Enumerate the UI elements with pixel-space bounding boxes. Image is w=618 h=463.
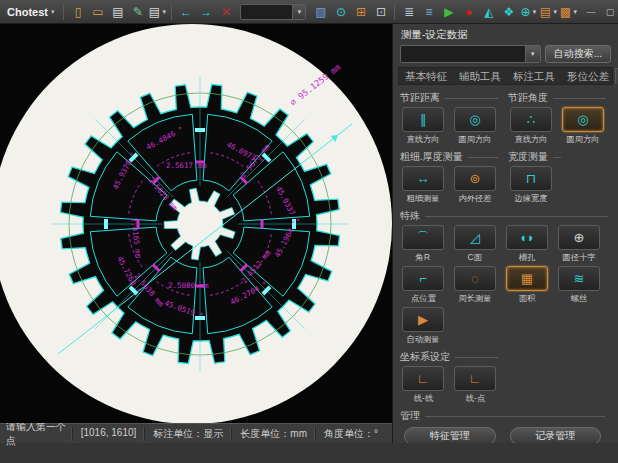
toolbar-separator bbox=[63, 4, 64, 20]
top-toolbar: Chotest ▾ ▯▭▤✎▤▼←→✕▼▧⊙⊞⊡≣≡▶●◭❖⊕▼▤▼▩▼ —▢✕ bbox=[0, 0, 618, 24]
corner-radius-icon: ⌒ bbox=[417, 231, 430, 244]
axis-line-point-icon-button[interactable]: ∟线-点 bbox=[452, 366, 498, 405]
tool-button-label: 角R bbox=[416, 252, 430, 264]
tool-button-label: 直线方向 bbox=[514, 134, 547, 146]
region-icon[interactable]: ⊞ bbox=[351, 2, 370, 21]
section-title: 节距角度 bbox=[508, 91, 606, 105]
toolbar-separator bbox=[394, 4, 395, 20]
tool-button-label: 螺丝 bbox=[571, 293, 588, 305]
chevron-down-icon[interactable]: ▼ bbox=[292, 5, 305, 19]
tool-button-label: 边缘宽度 bbox=[514, 193, 547, 205]
minimize-button[interactable]: — bbox=[582, 4, 599, 19]
status-message: 请输入第一个点 bbox=[6, 420, 72, 448]
tool-button-label: 直线方向 bbox=[406, 134, 439, 146]
preset-combobox[interactable]: ▼ bbox=[240, 4, 306, 20]
circle-cross-icon-button[interactable]: ⊕圆径十字 bbox=[556, 225, 602, 264]
pitch-circular-icon: ◎ bbox=[469, 113, 480, 126]
status-bar: 请输入第一个点 [1016, 1610]标注单位：显示长度单位：mm角度单位：° bbox=[0, 423, 392, 443]
panel-tabs: 基本特征辅助工具标注工具形位公差应用工具 bbox=[398, 67, 613, 85]
capture-image-icon[interactable]: ▧ bbox=[311, 2, 330, 21]
overlay-icon[interactable]: ▩▼ bbox=[559, 2, 578, 21]
tool-button-label: 槽孔 bbox=[519, 252, 536, 264]
chevron-down-icon[interactable]: ▼ bbox=[525, 46, 540, 62]
status-item-0: [1016, 1610] bbox=[72, 427, 145, 441]
angle-linear-icon-button[interactable]: ∴直线方向 bbox=[508, 107, 554, 146]
triangle-detect-icon[interactable]: ◭ bbox=[479, 2, 498, 21]
left-column: ⌀ 95.1259 mm46.4846 °46.0973 °45.0337 °4… bbox=[0, 24, 392, 443]
section-title: 坐标系设定 bbox=[400, 350, 498, 364]
tool-button-label: 圆周方向 bbox=[566, 134, 599, 146]
magnifier-icon[interactable]: ⊙ bbox=[331, 2, 350, 21]
run-icon[interactable]: ▶ bbox=[439, 2, 458, 21]
button-row: ∟线-线∟线-点 bbox=[400, 366, 498, 405]
tool-button-label: 面积 bbox=[519, 293, 536, 305]
auto-search-button[interactable]: 自动搜索... bbox=[545, 45, 611, 63]
record-management-button[interactable]: 记录管理 bbox=[510, 427, 602, 443]
bars-icon[interactable]: ≡ bbox=[419, 2, 438, 21]
toolbar-icons: ▯▭▤✎▤▼←→✕▼▧⊙⊞⊡≣≡▶●◭❖⊕▼▤▼▩▼ bbox=[68, 2, 578, 21]
circle-detect-icon[interactable]: ⊕▼ bbox=[519, 2, 538, 21]
svg-text:2.5617 mm: 2.5617 mm bbox=[166, 161, 207, 170]
section-row: 坐标系设定∟线-线∟线-点 bbox=[400, 348, 611, 407]
new-file-icon[interactable]: ▯ bbox=[68, 2, 87, 21]
tab-形位公差[interactable]: 形位公差 bbox=[561, 68, 615, 84]
tool-button-label: 圆周方向 bbox=[458, 134, 491, 146]
shapes-detect-icon[interactable]: ❖ bbox=[499, 2, 518, 21]
layers-icon[interactable]: ▤▼ bbox=[539, 2, 558, 21]
tab-辅助工具[interactable]: 辅助工具 bbox=[453, 68, 507, 84]
tab-基本特征[interactable]: 基本特征 bbox=[399, 68, 453, 84]
open-folder-icon[interactable]: ▭ bbox=[88, 2, 107, 21]
feature-combobox[interactable]: ▼ bbox=[400, 45, 541, 63]
measurement-canvas[interactable]: ⌀ 95.1259 mm46.4846 °46.0973 °45.0337 °4… bbox=[0, 24, 392, 423]
search-row: ▼ 自动搜索... bbox=[400, 45, 611, 63]
panel-body: 节距距离∥直线方向◎圆周方向节距角度∴直线方向◎圆周方向粗细.厚度测量↔粗细测量… bbox=[400, 89, 611, 443]
section-title: 管理 bbox=[400, 409, 605, 423]
record-icon[interactable]: ● bbox=[459, 2, 478, 21]
area-icon-button[interactable]: ▦面积 bbox=[504, 266, 550, 305]
gear-view: ⌀ 95.1259 mm46.4846 °46.0973 °45.0337 °4… bbox=[0, 24, 392, 423]
feature-management-button[interactable]: 特征管理 bbox=[404, 427, 496, 443]
delete-icon[interactable]: ✕ bbox=[216, 2, 235, 21]
inner-outer-diameter-icon-button[interactable]: ⊚内外径差 bbox=[452, 166, 498, 205]
app-title: Chotest bbox=[7, 6, 48, 18]
pitch-linear-icon-button[interactable]: ∥直线方向 bbox=[400, 107, 446, 146]
angle-circular-icon: ◎ bbox=[577, 113, 588, 126]
section-row: 粗细.厚度测量↔粗细测量⊚内外径差宽度测量⊓边缘宽度 bbox=[400, 148, 611, 207]
pitch-circular-icon-button[interactable]: ◎圆周方向 bbox=[452, 107, 498, 146]
edit-program-icon[interactable]: ✎ bbox=[128, 2, 147, 21]
save-as-icon[interactable]: ▤▼ bbox=[148, 2, 167, 21]
point-position-icon-button[interactable]: ⌐点位置 bbox=[400, 266, 446, 305]
button-row: ∥直线方向◎圆周方向 bbox=[400, 107, 498, 146]
chamfer-icon-button[interactable]: ◿C面 bbox=[452, 225, 498, 264]
thread-icon-button[interactable]: ≋螺丝 bbox=[556, 266, 602, 305]
circle-cross-icon: ⊕ bbox=[574, 231, 585, 244]
thread-icon: ≋ bbox=[574, 272, 585, 285]
tool-button-label: 粗细测量 bbox=[406, 193, 439, 205]
button-row: ⊓边缘宽度 bbox=[508, 166, 560, 205]
maximize-button[interactable]: ▢ bbox=[601, 4, 618, 19]
edge-width-icon-button[interactable]: ⊓边缘宽度 bbox=[508, 166, 554, 205]
angle-circular-icon-button[interactable]: ◎圆周方向 bbox=[560, 107, 606, 146]
save-icon[interactable]: ▤ bbox=[108, 2, 127, 21]
corner-radius-icon-button[interactable]: ⌒角R bbox=[400, 225, 446, 264]
slot-hole-icon-button[interactable]: ◖◗槽孔 bbox=[504, 225, 550, 264]
status-item-3: 角度单位：° bbox=[315, 427, 386, 441]
section-title: 特殊 bbox=[400, 209, 608, 223]
undo-icon[interactable]: ← bbox=[176, 2, 195, 21]
redo-icon[interactable]: → bbox=[196, 2, 215, 21]
auto-measure-icon-button[interactable]: ▶自动测量 bbox=[400, 307, 446, 346]
status-item-2: 长度单位：mm bbox=[231, 427, 315, 441]
tab-标注工具[interactable]: 标注工具 bbox=[507, 68, 561, 84]
tool-button-label: 周长测量 bbox=[458, 293, 491, 305]
angle-linear-icon: ∴ bbox=[527, 113, 535, 126]
perimeter-icon-button[interactable]: ◌周长测量 bbox=[452, 266, 498, 305]
thickness-icon-button[interactable]: ↔粗细测量 bbox=[400, 166, 446, 205]
button-row: ↔粗细测量⊚内外径差 bbox=[400, 166, 498, 205]
display-icon[interactable]: ⊡ bbox=[371, 2, 390, 21]
app-menu-button[interactable]: Chotest ▾ bbox=[1, 6, 59, 18]
edge-width-icon: ⊓ bbox=[526, 172, 536, 185]
axis-line-line-icon-button[interactable]: ∟线-线 bbox=[400, 366, 446, 405]
status-item-1: 标注单位：显示 bbox=[144, 427, 231, 441]
tool-button-label: 圆径十字 bbox=[562, 252, 595, 264]
list-view-icon[interactable]: ≣ bbox=[399, 2, 418, 21]
